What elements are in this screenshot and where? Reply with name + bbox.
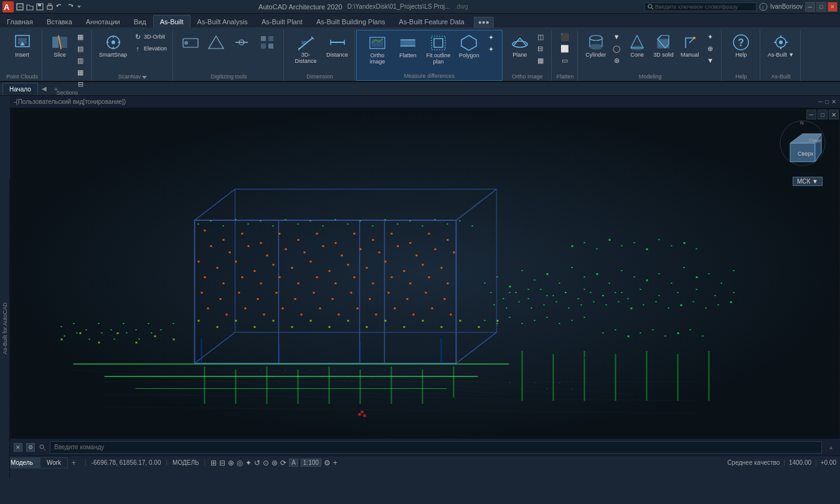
3d-distance-button[interactable]: 3D 3D-Distance — [289, 31, 323, 66]
flatten-button[interactable]: Flatten — [395, 32, 420, 60]
ortho-btn-3[interactable]: ▦ — [534, 55, 547, 66]
left-sidebar-text: As-Built for AutoCAD — [2, 302, 8, 355]
undo-icon[interactable] — [56, 3, 64, 11]
section-btn-3[interactable]: ▥ — [73, 55, 87, 66]
tab-asbuilt-analysis[interactable]: As-Built Analysis — [191, 15, 255, 27]
cmd-settings-btn[interactable]: ⚙ — [26, 443, 35, 452]
grid-icon[interactable]: ⊞ — [210, 459, 217, 467]
distance-button[interactable]: Distance — [324, 31, 351, 60]
tab-home[interactable]: Начало — [2, 83, 38, 95]
annotation-icon[interactable]: A — [289, 459, 298, 467]
osnap-icon[interactable]: ✦ — [245, 459, 252, 467]
mod-btn-1[interactable]: ✦ — [704, 31, 717, 42]
star-button-2[interactable]: ✦ — [484, 44, 498, 55]
flatten-btn-1[interactable]: ⬛ — [558, 31, 572, 42]
snap-icon[interactable]: ⊟ — [219, 459, 225, 467]
close-button[interactable]: ✕ — [828, 2, 838, 12]
section-btn-4[interactable]: ▦ — [73, 67, 87, 78]
3d-orbit-button[interactable]: ↻ 3D-Orbit — [131, 31, 169, 42]
transparency-icon[interactable]: ⊛ — [271, 459, 278, 467]
new-icon[interactable] — [16, 3, 24, 11]
asbuilt-settings-button[interactable]: As-Built ▼ — [765, 31, 796, 60]
tab-work[interactable]: Work — [40, 457, 68, 469]
plane-button[interactable]: Plane — [507, 31, 532, 60]
restore-button[interactable]: □ — [816, 2, 826, 12]
manual-button[interactable]: Manual — [677, 31, 702, 60]
mod-btn-2[interactable]: ⊕ — [704, 43, 717, 54]
dig-btn-1[interactable] — [178, 31, 203, 54]
lock-icon[interactable]: + — [333, 459, 337, 467]
tab-asbuilt-building[interactable]: As-Built Building Plans — [309, 15, 392, 27]
selection-icon[interactable]: ⟳ — [280, 459, 286, 467]
tab-asbuilt-feature[interactable]: As-Built Feature Data — [392, 15, 471, 27]
tab-vstavka[interactable]: Вставка — [40, 15, 79, 27]
cyl-btn-3[interactable]: ⊛ — [610, 55, 623, 66]
mck-label[interactable]: МСК ▼ — [793, 177, 823, 186]
dig-btn-3[interactable] — [229, 31, 254, 54]
tab-asbuilt-plant[interactable]: As-Built Plant — [255, 15, 309, 27]
vp-maximize[interactable]: □ — [818, 110, 828, 119]
tab-add-button[interactable]: + — [50, 84, 62, 94]
ortho-icon-1: ◫ — [536, 32, 545, 42]
3d-viewport[interactable]: Сверх Сзади N МСК ▼ ─ □ ✕ — [10, 108, 840, 438]
save-icon[interactable] — [36, 3, 44, 11]
viewport-close-btn[interactable]: ✕ — [831, 98, 836, 105]
lineweight-icon[interactable]: ⊙ — [263, 459, 269, 467]
mod-btn-3[interactable]: ▼ — [704, 55, 717, 66]
ortho-btn-1[interactable]: ◫ — [534, 31, 547, 42]
section-btn-5[interactable]: ⊟ — [73, 78, 87, 90]
vp-minimize[interactable]: ─ — [806, 110, 816, 119]
section-btn-1[interactable]: ▦ — [73, 31, 87, 42]
dropdown-icon[interactable] — [76, 3, 82, 11]
section-btn-2[interactable]: ▤ — [73, 43, 87, 54]
polygon-button[interactable]: Polygon — [456, 32, 482, 60]
redo-icon[interactable] — [66, 3, 73, 11]
polar-icon[interactable]: ◎ — [237, 459, 243, 467]
otrack-icon[interactable]: ↺ — [254, 459, 260, 467]
cyl-dropdown[interactable]: ▼ — [610, 31, 623, 42]
insert-button[interactable]: Insert — [10, 31, 35, 60]
tab-asbuilt[interactable]: As-Built — [153, 15, 191, 27]
breadcrumb-nav-btn[interactable]: ◀ — [40, 85, 48, 92]
svg-rect-223 — [335, 282, 337, 284]
cylinder-button[interactable]: Cylinder — [583, 31, 608, 60]
search-bar[interactable]: Введите ключевое слово/фразу — [644, 2, 757, 11]
add-tab-btn[interactable]: + — [68, 457, 80, 469]
star-button-1[interactable]: ✦ — [484, 32, 498, 43]
ortho-image-button[interactable]: Ortho image — [361, 32, 394, 67]
scannav-dropdown-icon[interactable] — [142, 75, 147, 80]
cmd-close-btn[interactable]: ✕ — [14, 443, 22, 452]
viewport-restore-btn[interactable]: □ — [825, 98, 829, 105]
scale-icon[interactable]: 1:100 — [301, 459, 321, 467]
info-icon[interactable]: i — [759, 2, 768, 11]
svg-rect-157 — [643, 304, 644, 306]
ribbon-extra-tab[interactable]: ●●● — [474, 17, 494, 27]
dig-btn-4[interactable] — [255, 31, 280, 54]
tab-vid[interactable]: Вид — [127, 15, 153, 27]
viewport-minimize-btn[interactable]: ─ — [818, 98, 823, 105]
3dsolid-button[interactable]: 3D solid — [651, 31, 676, 60]
fit-outline-button[interactable]: Fit outline plan — [422, 32, 455, 67]
dig-btn-2[interactable] — [204, 31, 229, 54]
vp-close[interactable]: ✕ — [829, 110, 839, 119]
cone-button[interactable]: Cone — [625, 31, 649, 60]
cmd-expand-btn[interactable]: ▲ — [826, 444, 836, 450]
print-icon[interactable] — [46, 3, 54, 11]
minimize-button[interactable]: ─ — [805, 2, 815, 12]
flatten-btn-3[interactable]: ▭ — [558, 55, 572, 66]
ortho-icon[interactable]: ⊕ — [228, 459, 234, 467]
ortho-btn-2[interactable]: ⊟ — [534, 43, 547, 54]
flatten-btn-2[interactable]: ⬜ — [558, 43, 572, 54]
command-input[interactable] — [50, 441, 822, 454]
open-icon[interactable] — [26, 3, 34, 11]
help-button[interactable]: ? Help — [729, 31, 753, 60]
slice-button[interactable]: Slice — [47, 31, 72, 60]
elevation-button[interactable]: ↑ Elevation — [131, 43, 169, 54]
smartsnap-button[interactable]: SmartSnap — [97, 31, 130, 60]
tab-glavnaya[interactable]: Главная — [0, 15, 40, 27]
viewcube[interactable]: Сверх Сзади N — [778, 118, 828, 168]
tab-annotacii[interactable]: Аннотации — [79, 15, 127, 27]
settings-icon[interactable]: ⚙ — [324, 459, 331, 467]
cyl-btn-2[interactable]: ◯ — [610, 43, 623, 54]
slice-label: Slice — [54, 52, 66, 58]
